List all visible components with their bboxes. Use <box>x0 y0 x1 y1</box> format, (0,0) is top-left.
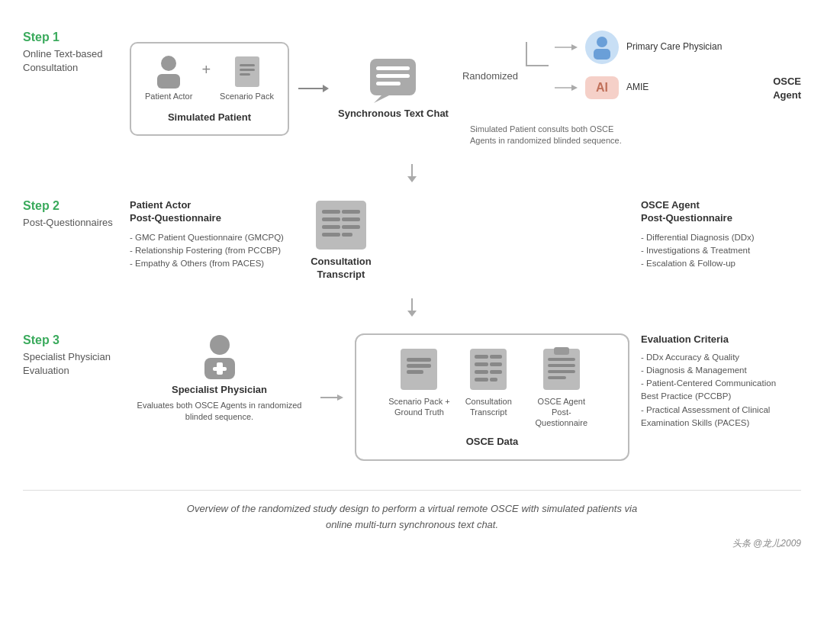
consultation-transcript-step3: ConsultationTranscript <box>465 347 512 418</box>
svg-rect-43 <box>475 355 488 359</box>
svg-rect-12 <box>376 82 401 85</box>
plus-sign: + <box>201 61 211 79</box>
svg-rect-55 <box>548 370 575 373</box>
q-item-3: Empathy & Others (from PACES) <box>130 257 284 270</box>
step2-desc: Post-Questionnaires <box>23 216 122 230</box>
scenario-pack-gt-label: Scenario Pack +Ground Truth <box>388 396 449 418</box>
osce-q-item-2: Investigations & Treatment <box>641 244 801 257</box>
step2-number: Step 2 <box>23 199 122 213</box>
physician-label: Primary Care Physician <box>626 41 722 53</box>
step3-label: Step 3 Specialist PhysicianEvaluation <box>23 333 130 378</box>
svg-rect-47 <box>475 370 488 374</box>
svg-marker-9 <box>374 95 389 103</box>
step1-number: Step 1 <box>23 31 122 44</box>
osce-data-icons: Scenario Pack +Ground Truth <box>388 347 596 429</box>
svg-rect-24 <box>322 217 340 221</box>
sp-icons-row: Patient Actor + Scenario Pack <box>145 55 274 101</box>
eval-item-1: DDx Accuracy & Quality <box>641 351 801 364</box>
arrow-step2-to-step3 <box>23 297 801 318</box>
step1-content: Patient Actor + Scenario Pack <box>130 31 801 147</box>
specialist-note: Evaluates both OSCE Agents in randomized… <box>130 400 309 423</box>
step1-desc: Online Text-basedConsultation <box>23 47 122 75</box>
step2-content: Patient ActorPost-Questionnaire GMC Pati… <box>130 199 801 282</box>
patient-actor-items: GMC Patient Questionnaire (GMCPQ) Relati… <box>130 231 284 271</box>
svg-rect-26 <box>322 225 340 229</box>
step3-section: Step 3 Specialist PhysicianEvaluation Sp… <box>23 318 801 477</box>
patient-actor-post-q: Patient ActorPost-Questionnaire GMC Pati… <box>130 199 284 271</box>
svg-rect-44 <box>490 355 502 359</box>
amie-label: AMIE <box>626 82 649 94</box>
osce-data-box: Scenario Pack +Ground Truth <box>355 333 629 462</box>
svg-rect-25 <box>342 217 360 221</box>
caption-line2: online multi-turn synchronous text chat. <box>23 517 801 533</box>
osce-agent-items: Differential Diagnosis (DDx) Investigati… <box>641 231 801 271</box>
svg-marker-37 <box>337 394 343 401</box>
step3-content: Specialist Physician Evaluates both OSCE… <box>130 333 801 462</box>
svg-point-32 <box>210 335 230 355</box>
step1-section: Step 1 Online Text-basedConsultation Pat… <box>23 15 801 163</box>
svg-rect-21 <box>316 201 366 250</box>
patient-actor-icon: Patient Actor <box>145 55 192 101</box>
svg-marker-7 <box>323 85 329 92</box>
osce-pq-step3-label: OSCE AgentPost-Questionnaire <box>527 396 596 429</box>
svg-rect-38 <box>401 349 437 390</box>
svg-point-0 <box>161 56 176 71</box>
specialist-physician-col: Specialist Physician Evaluates both OSCE… <box>130 333 309 423</box>
eval-item-4: Practical Assessment of ClinicalExaminat… <box>641 404 801 430</box>
svg-rect-51 <box>543 349 580 390</box>
osce-agent-label: OSCEAgent <box>773 75 801 102</box>
osce-agent-post-q: OSCE AgentPost-Questionnaire Differentia… <box>641 199 801 271</box>
svg-rect-41 <box>407 370 423 374</box>
svg-rect-1 <box>157 74 180 89</box>
diagram-container: Step 1 Online Text-basedConsultation Pat… <box>23 15 801 551</box>
svg-marker-18 <box>571 85 578 91</box>
svg-rect-4 <box>240 69 255 71</box>
caption: Overview of the randomized study design … <box>23 490 801 551</box>
patient-actor-post-q-title: Patient ActorPost-Questionnaire <box>130 199 284 225</box>
osce-q-item-1: Differential Diagnosis (DDx) <box>641 231 801 244</box>
svg-rect-29 <box>342 233 352 237</box>
svg-rect-45 <box>475 362 488 366</box>
svg-rect-16 <box>594 49 610 60</box>
svg-rect-2 <box>235 56 259 87</box>
randomized-label: Randomized <box>462 70 518 82</box>
svg-marker-14 <box>571 44 578 50</box>
svg-marker-31 <box>407 311 417 317</box>
ct-label: ConsultationTranscript <box>311 256 371 282</box>
svg-rect-27 <box>342 225 360 229</box>
svg-rect-53 <box>548 358 575 361</box>
scenario-pack-icon: Scenario Pack <box>220 55 274 101</box>
svg-rect-50 <box>490 378 497 382</box>
svg-rect-40 <box>407 364 431 368</box>
svg-rect-52 <box>554 347 569 355</box>
osce-agent-post-q-title: OSCE AgentPost-Questionnaire <box>641 199 801 225</box>
watermark: 头条 @龙儿2009 <box>23 536 801 551</box>
svg-point-15 <box>597 37 607 47</box>
svg-rect-39 <box>407 358 431 362</box>
q-item-2: Relationship Fostering (from PCCBP) <box>130 244 284 257</box>
svg-rect-56 <box>548 376 566 379</box>
ai-badge: AI <box>585 76 619 99</box>
svg-rect-11 <box>376 74 410 78</box>
scenario-pack-ground-truth: Scenario Pack +Ground Truth <box>388 347 449 418</box>
step3-number: Step 3 <box>23 333 122 347</box>
caption-line1: Overview of the randomized study design … <box>23 501 801 517</box>
simulated-patient-box: Patient Actor + Scenario Pack <box>130 42 289 136</box>
eval-item-3: Patient-Centered CommunicationBest Pract… <box>641 377 801 404</box>
specialist-label: Specialist Physician <box>172 384 267 395</box>
step3-desc: Specialist PhysicianEvaluation <box>23 350 122 378</box>
svg-rect-3 <box>240 64 255 66</box>
step2-section: Step 2 Post-Questionnaires Patient Actor… <box>23 184 801 297</box>
svg-rect-22 <box>322 210 340 214</box>
svg-marker-20 <box>407 176 417 182</box>
svg-rect-42 <box>470 349 507 390</box>
simulated-consult-note: Simulated Patient consults both OSCE Age… <box>470 124 623 147</box>
step1-label: Step 1 Online Text-basedConsultation <box>23 31 130 75</box>
svg-rect-35 <box>213 367 227 371</box>
simulated-patient-label: Simulated Patient <box>168 111 251 123</box>
eval-criteria-col: Evaluation Criteria DDx Accuracy & Quali… <box>641 333 801 430</box>
physician-icon <box>585 31 619 64</box>
arrow-specialist-to-osce <box>320 391 343 404</box>
svg-rect-10 <box>376 66 410 70</box>
eval-items: DDx Accuracy & Quality Diagnosis & Manag… <box>641 351 801 430</box>
